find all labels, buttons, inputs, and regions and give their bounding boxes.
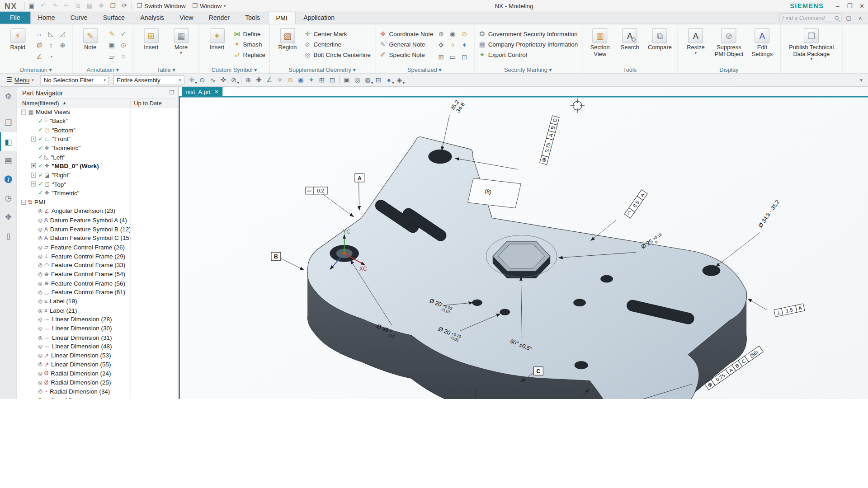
tool-icon-0[interactable]: ↔ [34, 28, 45, 39]
tool-icon-7[interactable]: ✦ [459, 40, 470, 51]
tool-icon-5[interactable]: ≡ [118, 52, 129, 62]
switch-window-button[interactable]: ❐Switch Window [133, 2, 189, 9]
maximize-button[interactable]: ❐ [844, 0, 856, 12]
ribbon-button-rapid[interactable]: ⚡Rapid [4, 27, 32, 51]
tree-row[interactable]: ✓❖"Trimetric" [17, 188, 178, 197]
qat-icon-7[interactable]: ❐ [108, 2, 118, 9]
visibility-eye-icon[interactable]: ◎ [38, 244, 42, 250]
pmi-fcf[interactable]: ⊥1.5A [774, 304, 805, 317]
toolbar-overflow-chevron[interactable]: ▾ [860, 77, 866, 83]
sidebar-item-assembly-navigator[interactable]: ❒ [0, 113, 17, 132]
fullscreen-icon[interactable]: ▢ [844, 14, 853, 20]
checkmark-icon[interactable]: ✓ [38, 126, 43, 133]
checkmark-icon[interactable]: ✓ [38, 144, 43, 151]
pmi-text[interactable]: YC [343, 229, 350, 235]
ribbon-button-section-view[interactable]: ▥Section View [586, 27, 614, 57]
tree-row[interactable]: ◎ADatum Feature Symbol A (4) [17, 216, 178, 225]
group-label-specialized[interactable]: Specialized ▾ [375, 66, 474, 73]
toolbar-icon-2[interactable]: ∿ [208, 75, 218, 85]
tool-icon-1[interactable]: ✥ [435, 40, 446, 51]
note-box[interactable] [468, 178, 521, 208]
ribbon-button-region[interactable]: ▧Region [274, 27, 301, 51]
ribbon-button-edit-settings[interactable]: AEdit Settings [748, 27, 776, 57]
ribbon-button-search[interactable]: ASearch [616, 27, 644, 51]
ribbon-button-more[interactable]: ▦More▾ [167, 27, 195, 55]
menu-button[interactable]: ☰Menu▾ [2, 76, 38, 84]
toolbar-icon-19[interactable]: ⊟ [373, 75, 383, 85]
qat-icon-8[interactable]: ⟳ [119, 2, 129, 9]
toolbar-icon-21[interactable]: ◈▾ [394, 75, 405, 85]
ribbon-button-coordinate-note[interactable]: ✜Coordinate Note [379, 28, 433, 38]
checkmark-icon[interactable]: ✓ [38, 153, 43, 160]
toolbar-icon-8[interactable]: ∠ [264, 75, 274, 85]
visibility-eye-icon[interactable]: ◎ [38, 298, 42, 304]
toolbar-icon-16[interactable]: ▣ [341, 75, 352, 85]
visibility-eye-icon[interactable]: ◎ [38, 226, 42, 232]
tab-file[interactable]: File [0, 12, 30, 24]
ribbon-button-suppress-pmi-object[interactable]: ⊘Suppress PMI Object [712, 27, 746, 57]
tool-icon-1[interactable]: Ø [34, 40, 45, 51]
qat-icon-3[interactable]: ✁ [61, 2, 71, 9]
tool-icon-2[interactable]: ∠ [34, 52, 45, 62]
tree-row[interactable]: +✓◰"Top" [17, 179, 178, 188]
expand-icon[interactable]: + [31, 164, 36, 169]
toolbar-icon-11[interactable]: ◉ [296, 75, 306, 85]
qat-icon-0[interactable]: ▣ [27, 2, 37, 9]
tool-icon-6[interactable]: ◿ [57, 28, 68, 39]
ribbon-button-resize[interactable]: AResize▾ [682, 27, 709, 55]
tree-row[interactable]: +✓∟"Front" [17, 134, 178, 143]
ribbon-button-publish-technical-data-package[interactable]: ❒Publish Technical Data Package▾ [784, 27, 839, 61]
visibility-eye-icon[interactable]: ◎ [38, 334, 42, 340]
group-label-supplemental-geometry[interactable]: Supplemental Geometry ▾ [270, 66, 375, 73]
tree-row[interactable]: ◎↔Linear Dimension (31) [17, 333, 178, 342]
window-menu-button[interactable]: ❒Window▾ [189, 2, 229, 9]
checkmark-icon[interactable]: ✓ [38, 171, 43, 178]
toolbar-icon-10[interactable]: ⊙ [285, 75, 296, 85]
visibility-eye-icon[interactable]: ◎ [38, 343, 42, 349]
sidebar-item-information[interactable]: i [0, 170, 17, 189]
collapse-icon[interactable]: − [21, 109, 26, 114]
ribbon-button-centerline[interactable]: ⊘Centerline [303, 39, 371, 49]
tool-icon-0[interactable]: ✎ [106, 28, 117, 39]
tab-pmi[interactable]: PMI [268, 12, 296, 24]
group-label-security-marking[interactable]: Security Marking ▾ [474, 66, 582, 73]
ribbon-button-define[interactable]: ⋈Define [233, 28, 265, 38]
pmi-flag[interactable]: A [355, 174, 364, 182]
checkmark-icon[interactable]: ✓ [38, 189, 43, 197]
group-label-table[interactable]: Table ▾ [133, 66, 198, 73]
tool-icon-1[interactable]: ▣ [106, 40, 117, 51]
toolbar-icon-18[interactable]: ◍▾ [363, 75, 373, 85]
minimize-ribbon-icon[interactable]: ∧ [856, 14, 865, 20]
model-view[interactable]: Z X 35.234.8▱0.2ABC⊕0.75ABC(8)◠0.5AØ 25+… [179, 87, 868, 399]
ribbon-button-note[interactable]: ✎Note [76, 27, 104, 51]
visibility-eye-icon[interactable]: ◎ [38, 272, 42, 277]
visibility-eye-icon[interactable]: ◎ [38, 307, 42, 313]
sidebar-item-layers[interactable]: ▤ [0, 151, 17, 170]
tool-icon-2[interactable]: ▱ [106, 52, 117, 62]
toolbar-icon-4[interactable]: ⊘▾ [229, 75, 239, 85]
graphics-window[interactable]: nist_A.prt✕ [179, 87, 868, 399]
tree-row[interactable]: ?▭Out of Date [17, 396, 178, 399]
checkmark-icon[interactable]: ✓ [38, 162, 43, 169]
visibility-eye-icon[interactable]: ◎ [38, 208, 42, 214]
visibility-eye-icon[interactable]: ◎ [38, 371, 42, 376]
tree-row[interactable]: ◎ADatum Feature Symbol C (15) [17, 234, 178, 243]
tab-render[interactable]: Render [201, 12, 237, 24]
tree-row[interactable]: ✓◺"Left" [17, 152, 178, 161]
ribbon-button-export-control[interactable]: ✦Export Control [478, 49, 578, 60]
tree-row[interactable]: ✓⌐"Back" [17, 117, 178, 126]
tool-icon-4[interactable]: ⊙ [118, 40, 129, 51]
toolbar-icon-1[interactable]: ⊙ [197, 75, 208, 85]
toolbar-icon-9[interactable]: ✧ [274, 75, 285, 85]
toolbar-icon-3[interactable]: ✜ [218, 75, 228, 85]
group-label-display[interactable]: Display [678, 66, 780, 73]
close-tab-icon[interactable]: ✕ [214, 89, 218, 94]
tree-row[interactable]: +✓◪"Right" [17, 170, 178, 179]
ribbon-button-smash[interactable]: ✶Smash [233, 39, 265, 49]
tree-row[interactable]: ◎↗Linear Dimension (55) [17, 360, 178, 369]
toolbar-icon-6[interactable]: ⊕ [243, 75, 253, 85]
tool-icon-7[interactable]: ⊕ [57, 40, 68, 51]
checkmark-icon[interactable]: ✓ [38, 135, 43, 142]
group-label-annotation[interactable]: Annotation ▾ [72, 66, 132, 73]
toolbar-icon-0[interactable]: ✛▾ [187, 75, 197, 85]
